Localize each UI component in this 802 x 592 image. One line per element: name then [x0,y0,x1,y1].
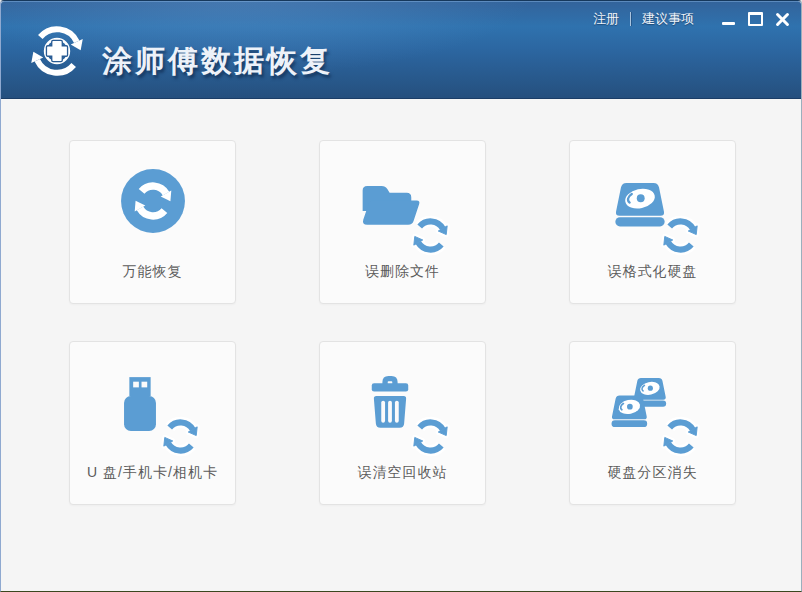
deleted-folder-icon [350,165,456,259]
card-formatted-disk[interactable]: 误格式化硬盘 [569,140,736,304]
card-universal-recovery[interactable]: 万能恢复 [69,140,236,304]
titlebar: 涂师傅数据恢复 注册 建议事项 [1,1,801,99]
titlebar-links: 注册 建议事项 [593,10,694,28]
refresh-badge-icon [157,413,204,460]
card-label: U 盘/手机卡/相机卡 [70,464,235,482]
card-label: 误删除文件 [320,263,485,281]
close-icon [774,11,791,28]
refresh-badge-icon [407,413,454,460]
close-button[interactable] [774,11,791,28]
app-window: 涂师傅数据恢复 注册 建议事项 [0,0,802,592]
card-usb-memory-cards[interactable]: U 盘/手机卡/相机卡 [69,341,236,505]
card-lost-partition[interactable]: 硬盘分区消失 [569,341,736,505]
card-label: 误格式化硬盘 [570,263,735,281]
card-label: 硬盘分区消失 [570,464,735,482]
formatted-drive-icon [600,165,706,259]
app-logo-icon [24,18,90,84]
app-title: 涂师傅数据恢复 [102,41,333,82]
register-link[interactable]: 注册 [593,10,619,28]
maximize-icon [748,12,763,26]
maximize-button[interactable] [747,11,764,28]
suggestions-link[interactable]: 建议事项 [642,10,694,28]
refresh-badge-icon [657,413,704,460]
feature-grid: 万能恢复 误删除文件 [1,99,801,591]
lost-partition-icon [600,366,706,460]
minimize-icon [722,22,735,25]
link-separator [630,12,631,26]
refresh-badge-icon [407,212,454,259]
usb-drive-icon [100,366,206,460]
card-recycle-bin[interactable]: 误清空回收站 [319,341,486,505]
card-label: 万能恢复 [70,263,235,281]
window-controls [720,11,791,28]
recycle-bin-icon [350,366,456,460]
minimize-button[interactable] [720,11,737,28]
universal-recovery-icon [100,165,206,259]
refresh-badge-icon [657,212,704,259]
card-label: 误清空回收站 [320,464,485,482]
titlebar-right: 注册 建议事项 [593,10,791,28]
card-deleted-files[interactable]: 误删除文件 [319,140,486,304]
